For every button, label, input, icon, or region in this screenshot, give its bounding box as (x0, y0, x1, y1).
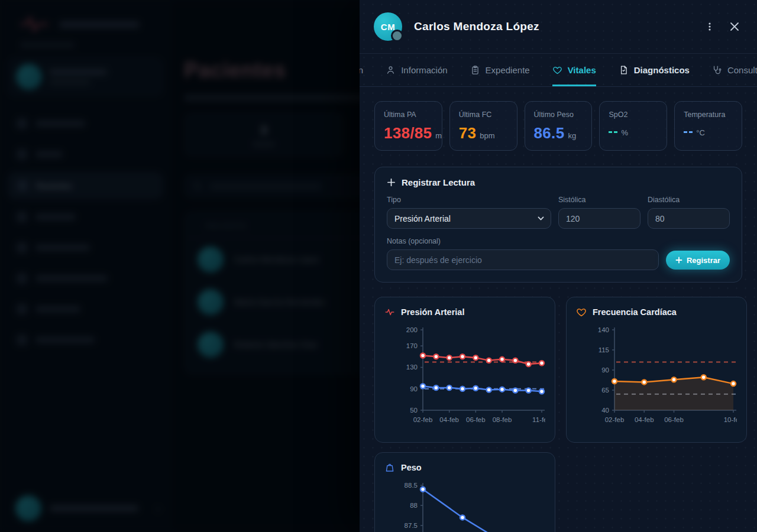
bp-chart: 200170130905002-feb04-feb06-feb08-feb11-… (384, 325, 545, 431)
stat-card-pa: Última PA 138/85mmHg (374, 101, 442, 151)
close-button[interactable] (725, 17, 744, 36)
tipo-select[interactable]: Presión Arterial (387, 208, 551, 229)
registrar-lectura-card: Registrar Lectura Tipo Presión Arterial … (374, 167, 742, 283)
svg-text:02-feb: 02-feb (413, 416, 433, 423)
tab-expediente[interactable]: Expediente (470, 54, 530, 86)
svg-text:06-feb: 06-feb (664, 416, 684, 423)
svg-text:04-feb: 04-feb (635, 416, 654, 423)
modal-header: CM Carlos Mendoza López (360, 0, 757, 54)
patient-name-title: Carlos Mendoza López (414, 20, 539, 33)
svg-text:02-feb: 02-feb (605, 416, 625, 423)
svg-text:10-feb: 10-feb (724, 416, 737, 423)
notas-input[interactable] (387, 249, 659, 270)
stat-value: 138/85 (384, 124, 432, 142)
svg-text:11-feb: 11-feb (532, 416, 545, 423)
charts-grid: Presión Arterial 200170130905002-feb04-f… (374, 297, 742, 532)
svg-text:08-feb: 08-feb (493, 416, 512, 423)
svg-text:04-feb: 04-feb (439, 416, 459, 423)
tab-vitales[interactable]: Vitales (552, 54, 596, 86)
fc-chart: 14011590654002-feb04-feb06-feb10-feb (576, 325, 737, 431)
svg-text:88: 88 (410, 502, 418, 509)
vitales-panel: Última PA 138/85mmHg Última FC 73bpm Últ… (360, 101, 757, 532)
stethoscope-icon (712, 65, 722, 75)
svg-text:200: 200 (406, 326, 418, 333)
svg-text:65: 65 (601, 387, 609, 394)
svg-text:50: 50 (410, 407, 418, 414)
tipo-label: Tipo (387, 196, 551, 204)
heart-icon (576, 307, 587, 317)
diastolica-input[interactable] (648, 208, 730, 229)
chart-title: Peso (384, 462, 545, 473)
sistolica-input[interactable] (558, 208, 640, 229)
chart-title: Frecuencia Cardíaca (576, 307, 737, 317)
tab-consultas[interactable]: Consultas (712, 54, 757, 86)
svg-text:140: 140 (598, 326, 609, 333)
svg-text:170: 170 (406, 342, 418, 349)
heart-icon (552, 65, 562, 75)
notas-label: Notas (opcional) (387, 237, 659, 245)
sistolica-label: Sistólica (558, 196, 640, 204)
stat-card-spo2: SpO2 % (599, 101, 667, 151)
stat-value: 86.5 (534, 124, 565, 142)
chart-card-peso: Peso 88.58887.58786.502-feb05-feb08-feb1… (374, 452, 555, 532)
svg-text:88.5: 88.5 (405, 482, 418, 489)
stat-card-fc: Última FC 73bpm (449, 101, 517, 151)
diastolica-label: Diastólica (648, 196, 730, 204)
form-title: Registrar Lectura (387, 177, 730, 187)
registrar-button[interactable]: Registrar (666, 251, 730, 270)
plus-icon (387, 178, 396, 187)
svg-text:115: 115 (599, 346, 609, 353)
weight-icon (384, 462, 395, 473)
svg-text:40: 40 (601, 407, 609, 414)
stat-card-temperatura: Temperatura °C (674, 101, 742, 151)
more-options-button[interactable] (700, 17, 719, 36)
stat-card-peso: Último Peso 86.5kg (525, 101, 593, 151)
close-icon (730, 22, 739, 31)
chart-card-frecuencia-cardiaca: Frecuencia Cardíaca 14011590654002-feb04… (566, 297, 747, 443)
svg-text:130: 130 (406, 364, 418, 371)
clipboard-icon (470, 65, 480, 75)
tab-bar: Resumen Información Expediente Vitales D… (360, 54, 757, 87)
svg-text:06-feb: 06-feb (466, 416, 486, 423)
svg-text:90: 90 (410, 385, 418, 392)
vitals-stats-row: Última PA 138/85mmHg Última FC 73bpm Últ… (374, 101, 742, 151)
chart-title: Presión Arterial (384, 307, 545, 317)
tab-informacion[interactable]: Información (386, 54, 447, 86)
chart-card-presion-arterial: Presión Arterial 200170130905002-feb04-f… (374, 297, 555, 443)
pulse-icon (384, 307, 395, 317)
status-badge (391, 30, 403, 42)
peso-chart: 88.58887.58786.502-feb05-feb08-feb11-feb (384, 480, 545, 532)
tab-diagnosticos[interactable]: Diagnósticos (619, 54, 690, 86)
stat-value: 73 (459, 124, 477, 142)
empty-value-dash (609, 131, 617, 133)
empty-value-dash (684, 131, 693, 133)
kebab-menu-icon (705, 22, 714, 31)
patient-detail-modal: CM Carlos Mendoza López Resumen Informac… (360, 0, 757, 532)
file-icon (619, 65, 629, 75)
tab-resumen[interactable]: Resumen (360, 54, 363, 86)
svg-text:90: 90 (601, 366, 609, 374)
user-icon (386, 65, 396, 75)
plus-icon (675, 257, 682, 264)
avatar: CM (374, 12, 402, 41)
svg-text:87.5: 87.5 (405, 522, 418, 529)
